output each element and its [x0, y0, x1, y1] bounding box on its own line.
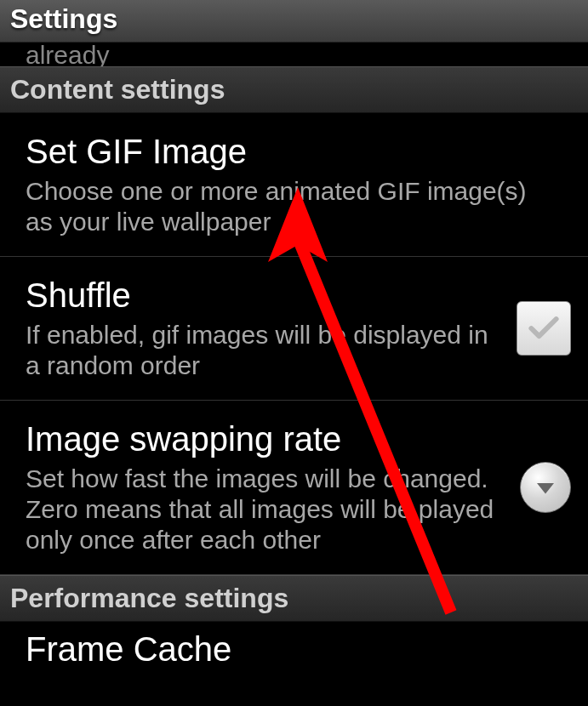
section-header-label: Performance settings [10, 583, 578, 614]
truncated-previous-row[interactable]: already [0, 43, 588, 66]
setting-summary: If enabled, gif images will be displayed… [26, 320, 504, 381]
setting-title: Image swapping rate [26, 419, 507, 458]
section-header-performance: Performance settings [0, 575, 588, 622]
setting-text-block: Image swapping rate Set how fast the ima… [26, 419, 520, 555]
setting-title: Set GIF Image [26, 132, 558, 171]
page-title: Settings [10, 3, 578, 35]
app-header: Settings [0, 0, 588, 43]
section-header-content: Content settings [0, 66, 588, 113]
setting-frame-cache[interactable]: Frame Cache [0, 622, 588, 668]
checkmark-icon [525, 310, 562, 347]
setting-text-block: Shuffle If enabled, gif images will be d… [26, 276, 517, 381]
section-header-label: Content settings [10, 74, 578, 105]
truncated-text: already [26, 43, 109, 66]
setting-summary: Set how fast the images will be changed.… [26, 464, 507, 555]
shuffle-checkbox[interactable] [517, 301, 571, 356]
swap-rate-dropdown[interactable] [520, 462, 571, 513]
setting-title: Shuffle [26, 276, 504, 315]
setting-summary: Choose one or more animated GIF image(s)… [26, 176, 558, 237]
setting-title: Frame Cache [26, 630, 562, 668]
setting-shuffle[interactable]: Shuffle If enabled, gif images will be d… [0, 257, 588, 401]
setting-set-gif-image[interactable]: Set GIF Image Choose one or more animate… [0, 113, 588, 257]
setting-image-swapping-rate[interactable]: Image swapping rate Set how fast the ima… [0, 401, 588, 575]
setting-text-block: Set GIF Image Choose one or more animate… [26, 132, 571, 237]
chevron-down-icon [533, 475, 558, 500]
